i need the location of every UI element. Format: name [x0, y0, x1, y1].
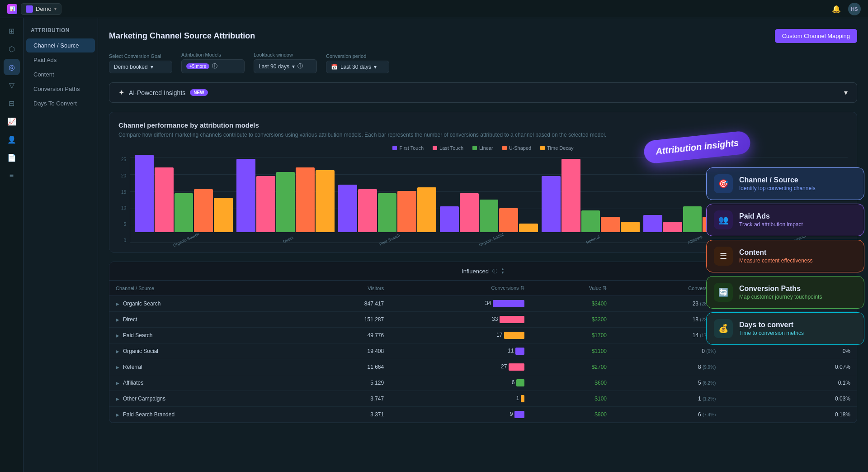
sort-icon[interactable]: ⇅ — [520, 285, 524, 291]
channel-cell: ▶ Referral — [109, 359, 303, 375]
legend-u-shaped: U-Shaped — [502, 145, 532, 151]
legend-dot-linear — [472, 146, 477, 150]
feature-card-paidads[interactable]: 👥 Paid Ads Track ad attribution impact — [706, 204, 864, 236]
table-row[interactable]: ▶ Affiliates 5,129 6 $600 5 (6.2%) 0.1% — [109, 375, 857, 391]
sidebar-icon-person[interactable]: 👤 — [4, 131, 20, 148]
mini-bar — [514, 411, 524, 418]
conversion-period-group: Conversion period 📅 Last 30 days ▾ — [326, 53, 389, 73]
feature-card-subtitle-days: Time to conversion metrics — [739, 330, 804, 336]
sidebar-icon-chart[interactable]: 📈 — [4, 113, 20, 129]
feature-card-title-days: Days to convert — [739, 321, 804, 329]
table-row[interactable]: ▶ Referral 11,664 27 $2700 8 (9.9%) 0.07… — [109, 359, 857, 375]
feature-card-title-channel: Channel / Source — [739, 176, 816, 184]
table-row[interactable]: ▶ Organic Social 19,408 11 $1100 0 (0%) … — [109, 343, 857, 359]
mini-bar — [516, 379, 524, 386]
info-icon: ⓘ — [492, 268, 497, 275]
conversions2-cell: 1 (1.2%) — [613, 391, 722, 407]
expand-arrow-icon[interactable]: ▶ — [116, 349, 119, 354]
feature-card-title-content: Content — [739, 248, 813, 257]
expand-arrow-icon[interactable]: ▶ — [116, 396, 119, 401]
ai-insights-left: ✦ AI-Powered Insights NEW — [118, 88, 208, 97]
conversion-rate-cell: 0% — [722, 343, 857, 359]
ai-new-badge: NEW — [190, 89, 208, 96]
sort-arrows[interactable]: ▲ ▼ — [501, 267, 505, 275]
mini-bar — [500, 316, 524, 323]
legend-label-u-shaped: U-Shaped — [509, 145, 532, 151]
mini-bar — [515, 348, 524, 355]
expand-arrow-icon[interactable]: ▶ — [116, 301, 119, 306]
feature-card-paths[interactable]: 🔄 Conversion Paths Map customer journey … — [706, 276, 864, 309]
bar-0 — [338, 185, 357, 232]
sidebar-item-conversion-paths[interactable]: Conversion Paths — [26, 82, 95, 96]
expand-arrow-icon[interactable]: ▶ — [116, 317, 119, 322]
visitors-cell: 3,371 — [303, 407, 390, 423]
avatar[interactable]: HS — [848, 3, 861, 15]
sidebar-icon-doc[interactable]: 📄 — [4, 149, 20, 166]
page-title: Marketing Channel Source Attribution — [109, 31, 255, 41]
sidebar-icon-share[interactable]: ⬡ — [4, 41, 20, 57]
attribution-models-select[interactable]: +5 more ⓘ — [181, 59, 245, 73]
channel-name: Affiliates — [123, 380, 143, 386]
feature-card-text-content: Content Measure content effectiveness — [739, 248, 813, 264]
chart-y-axis: 25 20 15 10 5 0 — [118, 157, 130, 243]
legend-last-touch: Last Touch — [433, 145, 463, 151]
feature-card-content[interactable]: ☰ Content Measure content effectiveness — [706, 240, 864, 272]
bar-group-paid-search: Paid Search — [338, 157, 436, 243]
conversions-cell: 11 — [390, 343, 530, 359]
expand-arrow-icon[interactable]: ▶ — [116, 333, 119, 338]
conversions2-cell: 6 (7.4%) — [613, 407, 722, 423]
app-selector[interactable]: Demo ▾ — [21, 3, 61, 15]
feature-card-text-paidads: Paid Ads Track ad attribution impact — [739, 212, 803, 228]
expand-arrow-icon[interactable]: ▶ — [116, 412, 119, 417]
sidebar-icon-grid[interactable]: ⊞ — [4, 23, 20, 39]
table-row[interactable]: ▶ Paid Search Branded 3,371 9 $900 6 (7.… — [109, 407, 857, 423]
percentage-text: (1.2%) — [703, 396, 716, 401]
expand-arrow-icon[interactable]: ▶ — [116, 365, 119, 370]
visitors-cell: 3,747 — [303, 391, 390, 407]
sidebar-icon-filter[interactable]: ▽ — [4, 77, 20, 93]
feature-cards: 🎯 Channel / Source Identify top converti… — [706, 167, 864, 345]
channel-name: Paid Search Branded — [123, 411, 175, 418]
sidebar-item-content[interactable]: Content — [26, 67, 95, 81]
value-cell: $600 — [531, 375, 613, 391]
sidebar-icon-analytics[interactable]: ◎ — [4, 59, 20, 75]
notification-bell-icon[interactable]: 🔔 — [832, 5, 841, 13]
attribution-models-label: Attribution Models — [181, 52, 245, 57]
ai-insights-title: AI-Powered Insights — [129, 89, 185, 96]
sidebar-item-channel-source[interactable]: Channel / Source — [26, 38, 95, 52]
sidebar-icon-layers[interactable]: ⊟ — [4, 95, 20, 111]
feature-card-icon-paths: 🔄 — [714, 283, 733, 302]
table-row[interactable]: ▶ Other Campaigns 3,747 1 $100 1 (1.2%) … — [109, 391, 857, 407]
visitors-cell: 11,664 — [303, 359, 390, 375]
y-axis-15: 15 — [118, 190, 126, 195]
lookback-select[interactable]: Last 90 days ▾ ⓘ — [254, 59, 317, 73]
feature-card-text-channel: Channel / Source Identify top converting… — [739, 176, 816, 191]
feature-card-channel[interactable]: 🎯 Channel / Source Identify top converti… — [706, 167, 864, 200]
percentage-text: (6.2%) — [703, 381, 716, 386]
bar-group-organic-social: Organic Social — [440, 157, 538, 243]
bar-1 — [561, 159, 580, 232]
page-header: Marketing Channel Source Attribution Cus… — [109, 29, 857, 43]
custom-channel-mapping-button[interactable]: Custom Channel Mapping — [775, 29, 857, 43]
feature-card-days[interactable]: 💰 Days to convert Time to conversion met… — [706, 312, 864, 345]
sidebar-item-days-to-convert[interactable]: Days To Convert — [26, 96, 95, 110]
conversion-goal-select[interactable]: Demo booked ▾ — [109, 61, 172, 73]
channel-name: Paid Search — [123, 332, 152, 339]
conversion-period-select[interactable]: 📅 Last 30 days ▾ — [326, 61, 389, 73]
expand-arrow-icon[interactable]: ▶ — [116, 381, 119, 386]
channel-cell: ▶ Organic Search — [109, 296, 303, 312]
sort-icon2[interactable]: ⇅ — [603, 285, 607, 291]
ai-insights-bar[interactable]: ✦ AI-Powered Insights NEW ▾ — [109, 82, 857, 103]
bar-1 — [663, 222, 682, 232]
chevron-down-icon: ▾ — [54, 6, 57, 11]
sidebar-icon-settings[interactable]: ≡ — [4, 167, 20, 184]
bar-1 — [155, 167, 174, 232]
bar-3 — [194, 189, 213, 232]
percentage-text: (0%) — [706, 349, 716, 354]
sidebar-item-paid-ads[interactable]: Paid Ads — [26, 53, 95, 67]
channel-name: Organic Social — [123, 348, 158, 354]
conversion-rate-cell: 0.1% — [722, 375, 857, 391]
percentage-text: (7.4%) — [703, 412, 716, 417]
chevron-down-icon: ▾ — [292, 63, 295, 70]
bar-label-paid-search: Paid Search — [377, 230, 401, 247]
